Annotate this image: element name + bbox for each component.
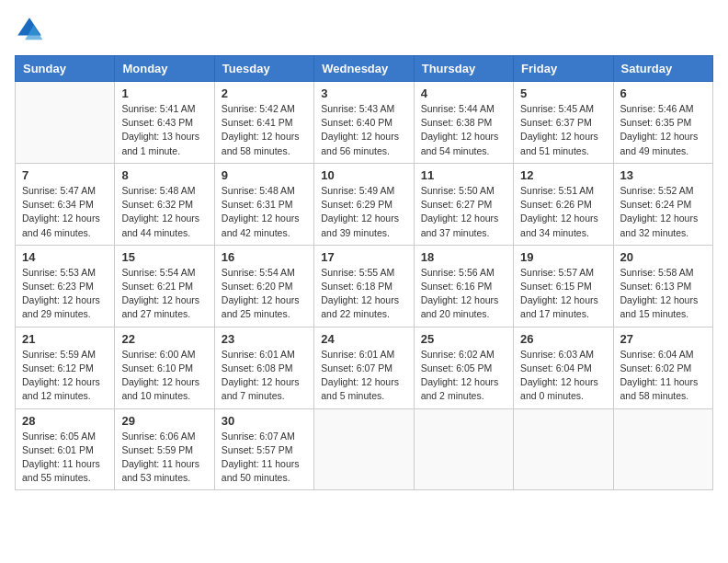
day-number: 24 (321, 332, 406, 346)
week-row-5: 28Sunrise: 6:05 AMSunset: 6:01 PMDayligh… (16, 408, 713, 490)
calendar-cell: 2Sunrise: 5:42 AMSunset: 6:41 PMDaylight… (214, 82, 313, 164)
weekday-header-sunday: Sunday (16, 56, 115, 82)
day-info: Sunrise: 5:49 AMSunset: 6:29 PMDaylight:… (321, 184, 406, 240)
day-info: Sunrise: 5:44 AMSunset: 6:38 PMDaylight:… (421, 102, 506, 158)
calendar-cell (613, 408, 712, 490)
day-info: Sunrise: 5:54 AMSunset: 6:21 PMDaylight:… (121, 266, 207, 322)
day-number: 7 (22, 168, 108, 182)
day-number: 18 (421, 250, 506, 264)
calendar-cell: 13Sunrise: 5:52 AMSunset: 6:24 PMDayligh… (613, 163, 712, 245)
calendar-cell: 16Sunrise: 5:54 AMSunset: 6:20 PMDayligh… (214, 245, 313, 327)
calendar-cell: 24Sunrise: 6:01 AMSunset: 6:07 PMDayligh… (314, 327, 414, 408)
day-number: 16 (222, 250, 307, 264)
day-info: Sunrise: 5:45 AMSunset: 6:37 PMDaylight:… (520, 102, 606, 158)
day-info: Sunrise: 5:41 AMSunset: 6:43 PMDaylight:… (121, 102, 207, 158)
calendar-cell: 1Sunrise: 5:41 AMSunset: 6:43 PMDaylight… (115, 82, 214, 164)
weekday-header-wednesday: Wednesday (314, 56, 414, 82)
calendar-cell: 4Sunrise: 5:44 AMSunset: 6:38 PMDaylight… (414, 82, 513, 164)
calendar-cell: 26Sunrise: 6:03 AMSunset: 6:04 PMDayligh… (514, 327, 613, 408)
day-info: Sunrise: 6:00 AMSunset: 6:10 PMDaylight:… (121, 348, 207, 404)
day-info: Sunrise: 5:46 AMSunset: 6:35 PMDaylight:… (620, 102, 706, 158)
calendar-cell: 30Sunrise: 6:07 AMSunset: 5:57 PMDayligh… (214, 408, 313, 490)
weekday-header-friday: Friday (514, 56, 613, 82)
week-row-4: 21Sunrise: 5:59 AMSunset: 6:12 PMDayligh… (16, 327, 713, 408)
weekday-header-tuesday: Tuesday (214, 56, 313, 82)
calendar-cell: 5Sunrise: 5:45 AMSunset: 6:37 PMDaylight… (514, 82, 613, 164)
day-info: Sunrise: 5:42 AMSunset: 6:41 PMDaylight:… (222, 102, 307, 158)
week-row-2: 7Sunrise: 5:47 AMSunset: 6:34 PMDaylight… (16, 163, 713, 245)
calendar-cell: 9Sunrise: 5:48 AMSunset: 6:31 PMDaylight… (214, 163, 313, 245)
calendar-cell (414, 408, 513, 490)
day-number: 4 (421, 86, 506, 100)
calendar-cell (514, 408, 613, 490)
day-info: Sunrise: 5:59 AMSunset: 6:12 PMDaylight:… (22, 348, 108, 404)
day-number: 20 (620, 250, 706, 264)
logo-icon (15, 15, 44, 44)
day-number: 25 (421, 332, 506, 346)
calendar-cell: 29Sunrise: 6:06 AMSunset: 5:59 PMDayligh… (115, 408, 214, 490)
day-info: Sunrise: 6:02 AMSunset: 6:05 PMDaylight:… (421, 348, 506, 404)
day-info: Sunrise: 6:01 AMSunset: 6:07 PMDaylight:… (321, 348, 406, 404)
day-info: Sunrise: 6:04 AMSunset: 6:02 PMDaylight:… (620, 348, 706, 404)
day-number: 2 (222, 86, 307, 100)
day-number: 21 (22, 332, 108, 346)
weekday-header-thursday: Thursday (414, 56, 513, 82)
day-number: 28 (22, 414, 108, 428)
calendar-cell: 8Sunrise: 5:48 AMSunset: 6:32 PMDaylight… (115, 163, 214, 245)
day-number: 6 (620, 86, 706, 100)
day-info: Sunrise: 5:56 AMSunset: 6:16 PMDaylight:… (421, 266, 506, 322)
page-header (15, 15, 713, 44)
calendar-cell: 10Sunrise: 5:49 AMSunset: 6:29 PMDayligh… (314, 163, 414, 245)
week-row-1: 1Sunrise: 5:41 AMSunset: 6:43 PMDaylight… (16, 82, 713, 164)
day-number: 11 (421, 168, 506, 182)
calendar: SundayMondayTuesdayWednesdayThursdayFrid… (15, 55, 713, 490)
calendar-cell: 18Sunrise: 5:56 AMSunset: 6:16 PMDayligh… (414, 245, 513, 327)
calendar-cell: 6Sunrise: 5:46 AMSunset: 6:35 PMDaylight… (613, 82, 712, 164)
day-number: 15 (121, 250, 207, 264)
day-number: 17 (321, 250, 406, 264)
day-number: 8 (121, 168, 207, 182)
day-info: Sunrise: 5:57 AMSunset: 6:15 PMDaylight:… (520, 266, 606, 322)
day-info: Sunrise: 5:50 AMSunset: 6:27 PMDaylight:… (421, 184, 506, 240)
day-info: Sunrise: 6:07 AMSunset: 5:57 PMDaylight:… (222, 430, 307, 486)
weekday-header-row: SundayMondayTuesdayWednesdayThursdayFrid… (16, 56, 713, 82)
day-info: Sunrise: 5:52 AMSunset: 6:24 PMDaylight:… (620, 184, 706, 240)
calendar-cell: 20Sunrise: 5:58 AMSunset: 6:13 PMDayligh… (613, 245, 712, 327)
day-number: 1 (121, 86, 207, 100)
day-info: Sunrise: 5:47 AMSunset: 6:34 PMDaylight:… (22, 184, 108, 240)
weekday-header-saturday: Saturday (613, 56, 712, 82)
day-number: 19 (520, 250, 606, 264)
day-number: 22 (121, 332, 207, 346)
day-number: 23 (222, 332, 307, 346)
week-row-3: 14Sunrise: 5:53 AMSunset: 6:23 PMDayligh… (16, 245, 713, 327)
day-info: Sunrise: 5:55 AMSunset: 6:18 PMDaylight:… (321, 266, 406, 322)
day-number: 3 (321, 86, 406, 100)
day-info: Sunrise: 5:48 AMSunset: 6:31 PMDaylight:… (222, 184, 307, 240)
calendar-cell: 17Sunrise: 5:55 AMSunset: 6:18 PMDayligh… (314, 245, 414, 327)
calendar-cell: 19Sunrise: 5:57 AMSunset: 6:15 PMDayligh… (514, 245, 613, 327)
calendar-cell: 23Sunrise: 6:01 AMSunset: 6:08 PMDayligh… (214, 327, 313, 408)
day-number: 14 (22, 250, 108, 264)
calendar-cell: 14Sunrise: 5:53 AMSunset: 6:23 PMDayligh… (16, 245, 115, 327)
calendar-cell: 28Sunrise: 6:05 AMSunset: 6:01 PMDayligh… (16, 408, 115, 490)
calendar-cell: 21Sunrise: 5:59 AMSunset: 6:12 PMDayligh… (16, 327, 115, 408)
calendar-cell: 7Sunrise: 5:47 AMSunset: 6:34 PMDaylight… (16, 163, 115, 245)
day-number: 12 (520, 168, 606, 182)
day-info: Sunrise: 5:48 AMSunset: 6:32 PMDaylight:… (121, 184, 207, 240)
day-info: Sunrise: 5:53 AMSunset: 6:23 PMDaylight:… (22, 266, 108, 322)
day-number: 10 (321, 168, 406, 182)
calendar-cell: 15Sunrise: 5:54 AMSunset: 6:21 PMDayligh… (115, 245, 214, 327)
day-info: Sunrise: 5:51 AMSunset: 6:26 PMDaylight:… (520, 184, 606, 240)
day-info: Sunrise: 5:54 AMSunset: 6:20 PMDaylight:… (222, 266, 307, 322)
weekday-header-monday: Monday (115, 56, 214, 82)
calendar-cell: 12Sunrise: 5:51 AMSunset: 6:26 PMDayligh… (514, 163, 613, 245)
calendar-cell (16, 82, 115, 164)
day-number: 13 (620, 168, 706, 182)
day-number: 26 (520, 332, 606, 346)
day-number: 9 (222, 168, 307, 182)
day-info: Sunrise: 5:58 AMSunset: 6:13 PMDaylight:… (620, 266, 706, 322)
calendar-cell: 22Sunrise: 6:00 AMSunset: 6:10 PMDayligh… (115, 327, 214, 408)
calendar-cell: 11Sunrise: 5:50 AMSunset: 6:27 PMDayligh… (414, 163, 513, 245)
day-info: Sunrise: 5:43 AMSunset: 6:40 PMDaylight:… (321, 102, 406, 158)
day-number: 30 (222, 414, 307, 428)
